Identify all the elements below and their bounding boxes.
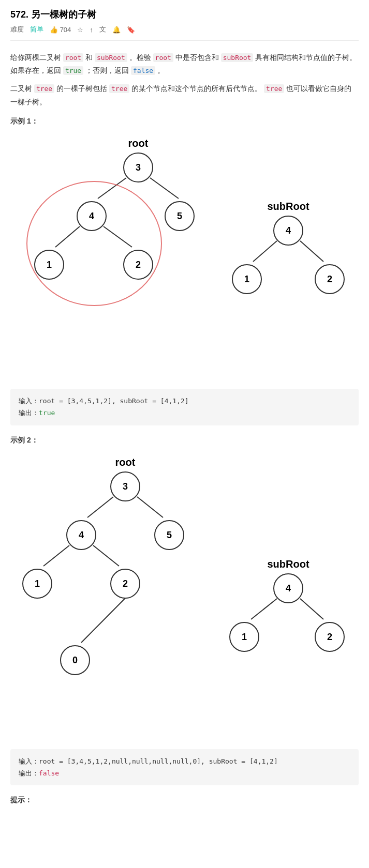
desc-para1: 给你两棵二叉树 root 和 subRoot 。检验 root 中是否包含和 s… (10, 51, 359, 77)
svg-line-3 (98, 178, 126, 199)
difficulty-value: 简单 (30, 25, 43, 34)
svg-text:2: 2 (327, 274, 332, 284)
bell-icon[interactable]: 🔔 (112, 26, 121, 34)
share-icon[interactable]: ↑ (90, 26, 93, 34)
svg-text:subRoot: subRoot (267, 201, 309, 212)
difficulty-label: 难度 (10, 25, 24, 34)
svg-text:5: 5 (176, 211, 182, 221)
page-title: 572. 另一棵树的子树 (10, 8, 359, 21)
bookmark-icon[interactable]: 🔖 (127, 26, 135, 34)
example1-input: 输入：root = [3,4,5,1,2], subRoot = [4,1,2] (19, 395, 350, 407)
desc-para2: 二叉树 tree 的一棵子树包括 tree 的某个节点和这个节点的所有后代节点。… (10, 82, 359, 108)
svg-line-46 (251, 599, 277, 619)
svg-text:4: 4 (285, 583, 290, 593)
example2-section: 示例 2： root 3 4 5 1 2 (10, 436, 359, 786)
svg-text:4: 4 (285, 225, 290, 236)
example2-diagram: root 3 4 5 1 2 (10, 451, 359, 741)
svg-line-34 (43, 545, 69, 566)
example1-diagram: root 3 4 5 1 2 subRoot (10, 132, 359, 380)
example2-title: 示例 2： (10, 436, 359, 445)
svg-line-10 (104, 226, 132, 247)
svg-line-28 (87, 497, 113, 517)
svg-text:3: 3 (122, 481, 127, 492)
svg-line-29 (137, 497, 163, 517)
difficulty-row: 难度 简单 👍 704 ☆ ↑ 文 🔔 🔖 (10, 25, 359, 41)
example1-section: 示例 1： root 3 4 5 1 2 (10, 117, 359, 425)
svg-text:root: root (128, 138, 148, 149)
translate-icon[interactable]: 文 (99, 25, 106, 34)
hints-title: 提示： (10, 796, 359, 805)
svg-line-19 (253, 241, 277, 262)
svg-line-40 (81, 598, 125, 643)
svg-text:3: 3 (135, 162, 140, 173)
svg-text:5: 5 (166, 530, 171, 540)
svg-text:4: 4 (88, 211, 94, 221)
description: 给你两棵二叉树 root 和 subRoot 。检验 root 中是否包含和 s… (10, 51, 359, 109)
svg-line-47 (300, 599, 323, 619)
example1-output: 输出：true (19, 407, 350, 419)
star-icon[interactable]: ☆ (77, 26, 83, 34)
svg-text:2: 2 (122, 578, 127, 589)
svg-text:subRoot: subRoot (267, 558, 309, 570)
example2-code: 输入：root = [3,4,5,1,2,null,null,null,null… (10, 749, 359, 786)
example2-output: 输出：false (19, 767, 350, 779)
svg-text:4: 4 (78, 530, 83, 540)
svg-line-35 (93, 545, 119, 566)
svg-text:1: 1 (244, 274, 249, 284)
svg-text:1: 1 (34, 578, 39, 589)
svg-line-4 (150, 178, 179, 199)
example2-input: 输入：root = [3,4,5,1,2,null,null,null,null… (19, 755, 350, 767)
svg-line-9 (55, 226, 80, 247)
example1-title: 示例 1： (10, 117, 359, 126)
svg-text:1: 1 (46, 260, 51, 270)
svg-text:2: 2 (135, 260, 140, 270)
svg-line-20 (300, 241, 323, 262)
svg-text:0: 0 (72, 655, 77, 665)
example1-code: 输入：root = [3,4,5,1,2], subRoot = [4,1,2]… (10, 389, 359, 425)
like-icon[interactable]: 👍 704 (50, 26, 71, 34)
svg-text:2: 2 (327, 632, 332, 642)
svg-text:1: 1 (241, 632, 246, 642)
hints-section: 提示： (10, 796, 359, 805)
svg-point-15 (27, 181, 161, 306)
svg-text:root: root (115, 456, 135, 468)
